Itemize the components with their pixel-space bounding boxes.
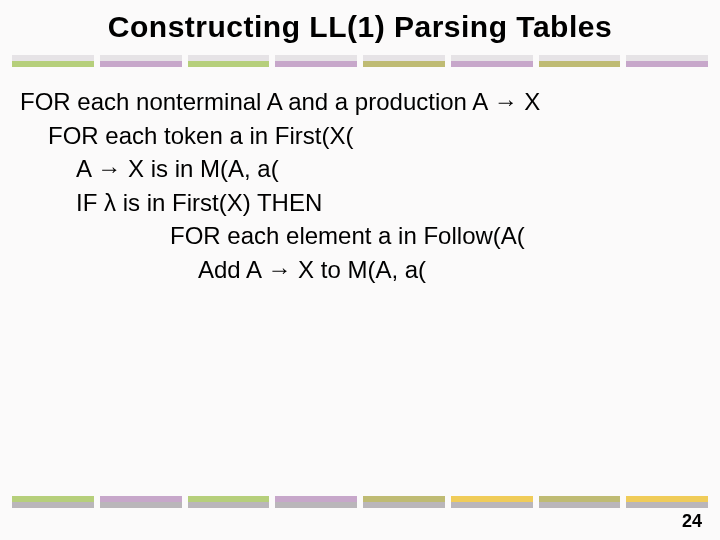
band-cell	[539, 502, 621, 508]
band-cell	[12, 61, 94, 67]
algo-line: FOR each nonterminal A and a production …	[20, 85, 700, 119]
band-cell	[363, 502, 445, 508]
algo-line: Add A → X to M(A, a(	[20, 253, 700, 287]
slide-title: Constructing LL(1) Parsing Tables	[0, 0, 720, 44]
band-cell	[451, 502, 533, 508]
band-cell	[188, 502, 270, 508]
band-cell	[188, 61, 270, 67]
band-cell	[626, 61, 708, 67]
page-number: 24	[682, 511, 702, 532]
band-cell	[275, 502, 357, 508]
band-cell	[539, 61, 621, 67]
decorative-band-bottom	[12, 496, 708, 508]
band-cell	[100, 61, 182, 67]
band-cell	[100, 502, 182, 508]
band-row-color	[12, 61, 708, 67]
algo-line: FOR each token a in First(X(	[20, 119, 700, 153]
slide-body: FOR each nonterminal A and a production …	[20, 85, 700, 287]
algo-line: A → X is in M(A, a(	[20, 152, 700, 186]
band-row-dark	[12, 502, 708, 508]
band-cell	[363, 61, 445, 67]
algo-line: IF λ is in First(X) THEN	[20, 186, 700, 220]
band-cell	[451, 61, 533, 67]
algo-line: FOR each element a in Follow(A(	[20, 219, 700, 253]
slide: Constructing LL(1) Parsing Tables FOR ea…	[0, 0, 720, 540]
decorative-band-top	[12, 55, 708, 67]
band-cell	[626, 502, 708, 508]
band-cell	[12, 502, 94, 508]
band-cell	[275, 61, 357, 67]
